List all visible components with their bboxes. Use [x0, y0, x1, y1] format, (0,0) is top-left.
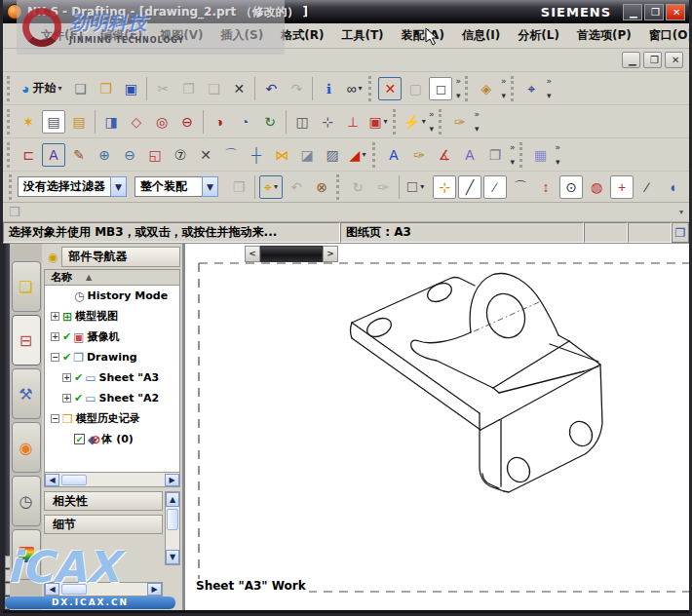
- chevron-down-icon[interactable]: ▾: [384, 117, 388, 126]
- selection-filter-dropdown[interactable]: 没有选择过滤器 ▼: [18, 176, 127, 197]
- toolbar-grip[interactable]: [511, 76, 516, 101]
- update-views-button[interactable]: ↻: [258, 110, 282, 134]
- toolbar-grip[interactable]: [368, 76, 373, 101]
- toolbar-grip[interactable]: [372, 142, 377, 168]
- edit-dimension-button[interactable]: ∡: [433, 143, 456, 167]
- end-point-snap-button[interactable]: ╱: [458, 175, 481, 199]
- chevron-down-icon[interactable]: ▼: [110, 176, 127, 197]
- overflow-chevrons-icon[interactable]: »: [556, 143, 561, 152]
- toolbar-overflow[interactable]: »▾: [510, 143, 516, 167]
- zoom-box-button[interactable]: ◻: [429, 77, 452, 100]
- revolved-section-view-button[interactable]: ◔: [233, 110, 256, 134]
- visualization-palette-button[interactable]: ◈: [475, 77, 498, 100]
- web-browser-tab[interactable]: ◉: [12, 422, 41, 473]
- menu-tools[interactable]: 工具(T): [332, 24, 392, 47]
- control-point-snap-button[interactable]: ⌒: [509, 175, 532, 199]
- chevron-down-icon[interactable]: ▾: [501, 92, 506, 100]
- no-centerline-button[interactable]: ✕: [194, 143, 217, 167]
- toolbar-grip[interactable]: [7, 109, 12, 135]
- undo-button[interactable]: ↶: [259, 77, 283, 100]
- toolbar-overflow[interactable]: »▾: [547, 77, 553, 100]
- close-button[interactable]: ✕: [666, 4, 685, 20]
- symmetry-symbol-button[interactable]: ⋈: [270, 143, 293, 167]
- offset-center-point-button[interactable]: ┼: [245, 143, 268, 167]
- mid-point-snap-button[interactable]: ∕: [483, 175, 507, 199]
- child-close-button[interactable]: ✕: [665, 52, 683, 68]
- toolbar-grip[interactable]: [336, 174, 341, 200]
- crosshatch-button[interactable]: ▨: [321, 143, 344, 167]
- point-on-surface-snap-button[interactable]: ◖: [661, 175, 684, 199]
- enable-snap-point-button[interactable]: ⊹: [433, 175, 456, 199]
- menu-preferences[interactable]: 首选项(P): [568, 24, 640, 47]
- chevron-down-icon[interactable]: ▼: [202, 176, 218, 197]
- chevron-down-icon[interactable]: ▾: [510, 158, 515, 167]
- menu-information[interactable]: 信息(I): [453, 24, 509, 47]
- toolbar-grip[interactable]: [439, 109, 443, 135]
- part-navigator-tab[interactable]: ⊟: [12, 315, 41, 366]
- toolbar-overflow[interactable]: »▾: [556, 143, 561, 167]
- menu-edit[interactable]: 编辑(E): [92, 24, 151, 47]
- scrollbar-thumb[interactable]: [260, 246, 323, 262]
- scroll-right-icon[interactable]: ▶: [147, 583, 162, 596]
- title-bar[interactable]: NX 6 - Drafting - [drawing_2.prt （修改的） ]…: [3, 0, 689, 23]
- scrollbar-thumb[interactable]: [167, 509, 178, 530]
- cut-button[interactable]: ✂: [151, 77, 174, 100]
- information-button[interactable]: ℹ: [317, 77, 340, 100]
- edit-view-button[interactable]: ✑: [448, 110, 472, 134]
- tree-row[interactable]: −✔❐Drawing: [45, 347, 179, 367]
- toolbar-grip[interactable]: [465, 76, 470, 101]
- overflow-chevrons-icon[interactable]: »: [547, 77, 553, 86]
- tree-row[interactable]: +✔▣摄像机: [45, 327, 179, 347]
- menu-view[interactable]: 视图(V): [151, 24, 211, 47]
- canvas-horizontal-scrollbar[interactable]: < >: [245, 246, 338, 262]
- zoom-in-out-button[interactable]: ▢: [404, 77, 427, 100]
- find-component-button[interactable]: ∞▾: [342, 77, 365, 100]
- selection-scope-dropdown[interactable]: 整个装配 ▼: [135, 176, 218, 197]
- reuse-library-tab[interactable]: ⚒: [12, 368, 41, 419]
- select-assembly-button[interactable]: ❒: [227, 175, 250, 199]
- redo-button[interactable]: ↷: [285, 77, 308, 100]
- chevron-down-icon[interactable]: ▾: [422, 117, 426, 126]
- center-mark-button[interactable]: ⌒: [219, 143, 243, 167]
- scrollbar-thumb[interactable]: [61, 584, 87, 595]
- sections-horizontal-scrollbar[interactable]: ◀ ▶: [44, 582, 163, 597]
- arc-center-snap-button[interactable]: ⊙: [559, 175, 583, 199]
- new-sheet-button[interactable]: ✶: [17, 110, 40, 134]
- base-view-button[interactable]: ◨: [99, 110, 123, 134]
- toolbar-overflow[interactable]: »▾: [455, 77, 461, 100]
- start-button[interactable]: ◕开始▾: [17, 77, 66, 100]
- roles-tab[interactable]: [12, 529, 41, 580]
- menu-assemblies[interactable]: 装配(A): [393, 24, 453, 47]
- isometric-part-view[interactable]: [351, 274, 603, 492]
- tree-row[interactable]: +✔▭Sheet "A2: [45, 388, 179, 408]
- overflow-chevrons-icon[interactable]: »: [455, 77, 461, 86]
- fit-view-button[interactable]: ✕: [378, 77, 402, 100]
- overflow-chevrons-icon[interactable]: »: [510, 143, 516, 152]
- pin-icon[interactable]: ◉: [48, 250, 58, 264]
- chevron-down-icon[interactable]: ▾: [429, 125, 434, 134]
- datum-target-button[interactable]: ⊖: [118, 143, 141, 167]
- align-view-button[interactable]: ⊥: [341, 110, 365, 134]
- delete-button[interactable]: ✕: [227, 77, 250, 100]
- section-details[interactable]: 细节: [44, 515, 163, 534]
- chevron-down-icon[interactable]: ▾: [362, 150, 365, 159]
- open-drawing-button[interactable]: ▤: [67, 110, 91, 134]
- overflow-chevrons-icon[interactable]: »: [475, 110, 481, 119]
- menu-format[interactable]: 格式(R): [272, 24, 332, 47]
- history-palette-tab[interactable]: ◷: [12, 476, 41, 526]
- scroll-down-icon[interactable]: ▼: [166, 550, 179, 564]
- save-button[interactable]: ▣: [119, 77, 142, 100]
- chevron-down-icon[interactable]: ▾: [274, 182, 278, 191]
- leader-button[interactable]: ✎: [67, 143, 91, 167]
- quick-dimension-button[interactable]: ⚡▾: [403, 110, 426, 134]
- scroll-up-icon[interactable]: ▲: [166, 492, 179, 507]
- ordinate-dimension-button[interactable]: ⊏: [17, 143, 40, 167]
- assembly-navigator-tab[interactable]: ❏: [12, 261, 41, 312]
- tree-row[interactable]: +✔▭Sheet "A3: [45, 367, 179, 388]
- general-selection-filter-button[interactable]: ⌖▾: [259, 175, 283, 199]
- chevron-down-icon[interactable]: ▾: [420, 182, 424, 191]
- detail-view-button[interactable]: ◎: [150, 110, 173, 134]
- graphics-window[interactable]: < >: [184, 244, 689, 610]
- scroll-left-icon[interactable]: <: [245, 246, 260, 262]
- tree-row[interactable]: +⊞模型视图: [45, 306, 179, 327]
